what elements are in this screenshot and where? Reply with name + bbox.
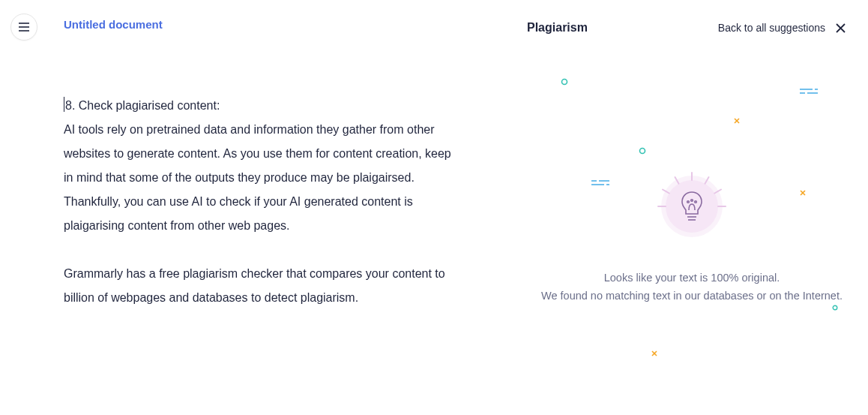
svg-point-24 — [687, 201, 690, 203]
document-title[interactable]: Untitled document — [64, 18, 163, 31]
panel-title: Plagiarism — [527, 21, 588, 35]
decor-circle-icon — [639, 147, 646, 155]
lightbulb-icon — [678, 189, 705, 224]
decor-circle-icon — [832, 305, 838, 311]
ray-icon — [704, 176, 710, 185]
result-line: Looks like your text is 100% original. — [516, 269, 868, 287]
svg-point-19 — [833, 305, 837, 310]
back-link-label: Back to all suggestions — [718, 22, 825, 34]
decor-sparkle-icon — [799, 189, 807, 197]
ray-icon — [714, 188, 722, 194]
decor-sparkle-icon — [651, 350, 658, 357]
editor-body[interactable]: 8. Check plagiarised content: AI tools r… — [64, 94, 456, 334]
decor-wave-icon — [591, 179, 610, 188]
svg-point-5 — [562, 80, 567, 85]
paragraph[interactable]: 8. Check plagiarised content: AI tools r… — [64, 94, 456, 238]
ray-icon — [674, 176, 680, 185]
svg-point-12 — [640, 149, 645, 154]
ray-icon — [662, 188, 670, 194]
plagiarism-panel: Plagiarism Back to all suggestions — [516, 0, 868, 415]
decor-wave-icon — [799, 87, 819, 96]
decor-sparkle-icon — [733, 117, 741, 125]
paragraph-text: AI tools rely on pretrained data and inf… — [64, 123, 451, 232]
svg-point-25 — [691, 200, 693, 202]
back-to-suggestions-link[interactable]: Back to all suggestions — [718, 22, 846, 34]
plagiarism-result: Looks like your text is 100% original. W… — [516, 269, 868, 305]
ray-icon — [691, 172, 693, 181]
close-icon[interactable] — [836, 23, 846, 33]
paragraph-text: 8. Check plagiarised content: — [65, 99, 220, 112]
decor-circle-icon — [561, 78, 568, 86]
ray-icon — [717, 206, 726, 207]
menu-button[interactable] — [10, 14, 37, 41]
paragraph[interactable]: Grammarly has a free plagiarism checker … — [64, 262, 456, 310]
ray-icon — [657, 206, 666, 207]
menu-icon — [18, 22, 30, 32]
text-cursor — [64, 97, 64, 112]
result-line: We found no matching text in our databas… — [516, 287, 868, 305]
lightbulb-illustration — [666, 180, 718, 233]
svg-point-26 — [695, 201, 697, 203]
panel-header: Plagiarism Back to all suggestions — [516, 0, 868, 35]
